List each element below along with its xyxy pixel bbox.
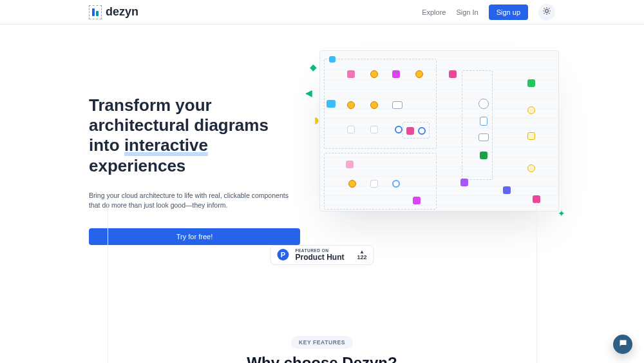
vote-count: 122 <box>357 255 366 260</box>
product-hunt-logo-icon: P <box>277 249 289 260</box>
brand-name: dezyn <box>106 5 138 19</box>
nav-signin[interactable]: Sign In <box>456 8 478 16</box>
svg-line-5 <box>544 8 545 9</box>
deco-diamond-icon: ◆ <box>310 62 317 72</box>
product-hunt-text: FEATURED ON Product Hunt <box>295 249 344 261</box>
product-hunt-badge[interactable]: P FEATURED ON Product Hunt ▲ 122 <box>270 245 374 265</box>
svg-line-7 <box>544 13 545 14</box>
hero-illustration-wrapper: ◆ ◀ ◗ ✦ ✦ <box>319 50 559 211</box>
key-features-label: KEY FEATURES <box>291 336 353 349</box>
hero-subtitle: Bring your cloud architecture to life wi… <box>89 191 295 210</box>
architecture-diagram-preview <box>319 50 559 211</box>
svg-point-0 <box>545 10 549 13</box>
nav-explore[interactable]: Explore <box>422 8 446 16</box>
key-features-heading: Why choose Dezyn? <box>0 354 644 363</box>
sun-icon <box>542 6 551 17</box>
deco-star-icon: ✦ <box>558 208 565 219</box>
deco-triangle-icon: ◀ <box>305 88 312 98</box>
svg-line-6 <box>549 13 549 14</box>
logo-mark-icon <box>89 5 102 19</box>
svg-line-8 <box>549 8 549 9</box>
brand-logo[interactable]: dezyn <box>89 5 138 19</box>
key-features-section: KEY FEATURES Why choose Dezyn? <box>0 335 644 363</box>
hero-section: Transform your architectural diagrams in… <box>0 25 644 245</box>
try-free-button[interactable]: Try for free! <box>89 228 300 245</box>
support-chat-button[interactable] <box>613 335 632 354</box>
hero-title: Transform your architectural diagrams in… <box>89 95 300 177</box>
top-nav: Explore Sign In Sign up <box>422 4 555 21</box>
deco-moon-icon: ◗ <box>314 115 319 125</box>
product-hunt-name: Product Hunt <box>295 253 344 261</box>
hero-title-post: experiences <box>89 156 185 175</box>
hero-copy: Transform your architectural diagrams in… <box>89 50 300 245</box>
product-hunt-votes: ▲ 122 <box>350 250 366 260</box>
signup-button[interactable]: Sign up <box>489 5 528 20</box>
chat-bubble-icon <box>618 338 628 351</box>
header: dezyn Explore Sign In Sign up <box>0 0 644 25</box>
hero-title-accent: interactive <box>124 138 208 156</box>
theme-toggle[interactable] <box>538 4 555 21</box>
